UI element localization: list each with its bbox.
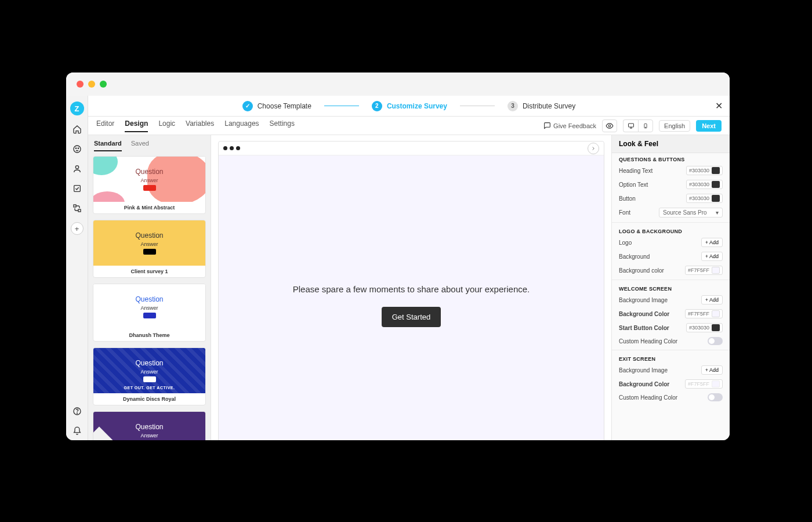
preview-question: Question [135, 359, 163, 367]
close-icon[interactable]: ✕ [715, 100, 723, 111]
svg-point-10 [608, 125, 611, 127]
tab-logic[interactable]: Logic [158, 119, 175, 132]
canvas-chrome [219, 142, 604, 155]
next-page-icon[interactable] [588, 143, 599, 154]
minimize-window-icon[interactable] [88, 81, 95, 88]
properties-panel: Look & Feel QUESTIONS & BUTTONS Heading … [611, 135, 730, 440]
color-swatch[interactable]: #303030 [686, 180, 723, 189]
tab-variables[interactable]: Variables [186, 119, 214, 132]
prop-label: Font [619, 209, 630, 216]
wizard-step-1[interactable]: ✓ Choose Template [242, 101, 311, 111]
section-header: WELCOME SCREEN [612, 282, 730, 293]
hex-value: #303030 [689, 182, 709, 187]
toggle-switch[interactable] [708, 337, 723, 345]
theme-card[interactable]: Question Answer [93, 411, 206, 440]
workflow-icon[interactable] [71, 202, 83, 214]
add-logo-button[interactable]: + Add [701, 238, 723, 247]
user-icon[interactable] [71, 163, 83, 175]
hex-value: #F7F5FF [688, 267, 709, 273]
svg-point-1 [75, 148, 76, 148]
svg-rect-5 [74, 205, 76, 207]
preview-answer: Answer [140, 369, 158, 375]
tab-settings[interactable]: Settings [270, 119, 295, 132]
hex-value: #303030 [689, 325, 709, 331]
next-button[interactable]: Next [696, 120, 722, 132]
font-select[interactable]: Source Sans Pro ▾ [659, 208, 723, 217]
step-badge: 3 [507, 101, 518, 111]
welcome-headline: Please spare a few moments to share abou… [293, 284, 530, 294]
svg-rect-6 [78, 209, 81, 212]
wizard-steps: ✓ Choose Template 2 Customize Survey 3 D… [88, 96, 730, 117]
section-header: LOGO & BACKGROUND [612, 225, 730, 235]
theme-card[interactable]: Question Answer GET OUT. GET ACTIVE. Dyn… [93, 347, 206, 405]
chat-icon[interactable] [71, 143, 83, 155]
mobile-icon[interactable] [638, 119, 653, 132]
tab-editor[interactable]: Editor [96, 119, 114, 132]
wizard-step-2[interactable]: 2 Customize Survey [372, 101, 447, 111]
select-value: Source Sans Pro [663, 209, 707, 216]
tab-standard[interactable]: Standard [94, 140, 122, 151]
prop-label: Logo [619, 240, 632, 246]
preview-icon[interactable] [602, 119, 617, 132]
theme-name: Pink & Mint Abstract [93, 202, 205, 213]
help-icon[interactable] [71, 405, 83, 417]
color-chip-icon [712, 195, 720, 202]
get-started-button[interactable]: Get Started [382, 307, 441, 327]
prop-label: Background [619, 253, 650, 260]
color-swatch[interactable]: #F7F5FF [685, 266, 723, 275]
maximize-window-icon[interactable] [100, 81, 107, 88]
bell-icon[interactable] [71, 425, 83, 437]
task-icon[interactable] [71, 183, 83, 194]
theme-card[interactable]: Question Answer Client survey 1 [93, 220, 206, 278]
theme-card[interactable]: Question Answer Dhanush Theme [93, 284, 206, 342]
color-chip-icon [712, 167, 720, 174]
app-window: Z + [66, 72, 730, 440]
prop-row-start-button-color: Start Button Color #303030 [612, 321, 730, 335]
prop-label: Start Button Color [619, 325, 669, 331]
section-header: EXIT SCREEN [612, 353, 730, 363]
give-feedback-button[interactable]: Give Feedback [543, 122, 596, 129]
prop-label: Background Color [619, 311, 669, 317]
preview-answer: Answer [140, 177, 158, 183]
theme-preview: Question Answer [93, 157, 205, 202]
add-welcome-bg-button[interactable]: + Add [701, 295, 723, 304]
add-exit-bg-button[interactable]: + Add [701, 365, 723, 375]
language-select[interactable]: English [659, 120, 690, 132]
color-swatch[interactable]: #F7F5FF [685, 309, 723, 318]
app-logo[interactable]: Z [70, 102, 84, 115]
preview-question: Question [135, 168, 163, 176]
wizard-step-label: Distribute Survey [523, 102, 575, 110]
color-swatch[interactable]: #303030 [686, 194, 723, 203]
svg-point-13 [646, 127, 646, 128]
section-header: QUESTIONS & BUTTONS [612, 153, 730, 164]
tab-design[interactable]: Design [125, 119, 148, 132]
tab-languages[interactable]: Languages [224, 119, 259, 132]
color-swatch[interactable]: #F7F5FF [685, 379, 723, 389]
theme-list[interactable]: Question Answer Pink & Mint Abstract Que… [88, 151, 211, 440]
prop-row-background-color: Background color #F7F5FF [612, 263, 730, 277]
preview-tagline: GET OUT. GET ACTIVE. [93, 386, 205, 390]
color-chip-icon [712, 380, 720, 387]
desktop-icon[interactable] [623, 119, 638, 132]
prop-row-background: Background + Add [612, 249, 730, 263]
theme-card[interactable]: Question Answer Pink & Mint Abstract [93, 156, 206, 214]
secondary-toolbar: Editor Design Logic Variables Languages … [88, 117, 730, 135]
theme-preview: Question Answer [93, 284, 205, 329]
add-button[interactable]: + [71, 222, 84, 235]
home-icon[interactable] [71, 124, 83, 135]
window-titlebar [66, 72, 730, 96]
prop-row-exit-bg-color: Background Color #F7F5FF [612, 377, 730, 391]
add-background-button[interactable]: + Add [701, 252, 723, 261]
svg-point-2 [78, 148, 78, 148]
tab-saved[interactable]: Saved [131, 140, 149, 151]
prop-row-button: Button #303030 [612, 191, 730, 205]
canvas-body: Please spare a few moments to share abou… [219, 155, 604, 440]
wizard-step-3[interactable]: 3 Distribute Survey [507, 101, 575, 111]
prop-row-font: Font Source Sans Pro ▾ [612, 205, 730, 220]
prop-label: Custom Heading Color [619, 338, 677, 345]
close-window-icon[interactable] [77, 81, 84, 88]
color-swatch[interactable]: #303030 [686, 323, 723, 332]
color-swatch[interactable]: #303030 [686, 166, 723, 175]
toggle-switch[interactable] [708, 393, 723, 401]
color-chip-icon [712, 181, 720, 188]
